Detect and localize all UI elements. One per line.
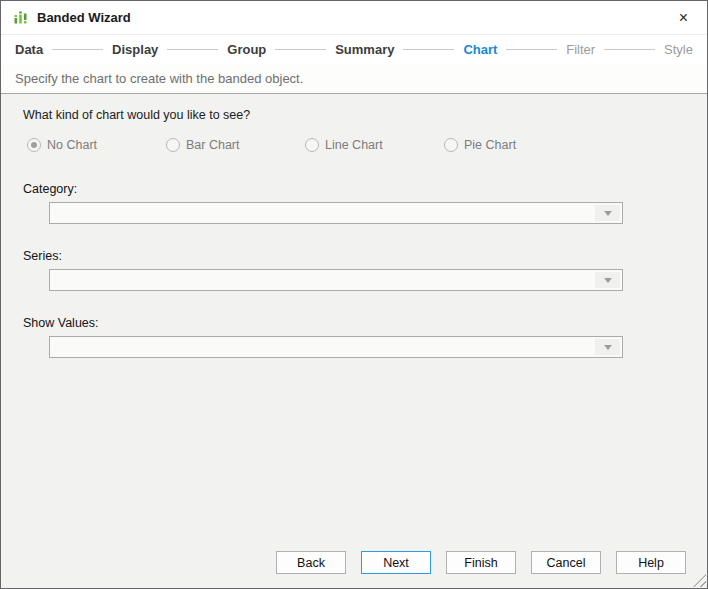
radio-pie-chart[interactable]: Pie Chart [444,138,583,152]
banded-wizard-dialog: Banded Wizard × Data Display Group Summa… [0,0,708,589]
radio-no-chart[interactable]: No Chart [27,138,166,152]
category-dropdown-button[interactable] [595,205,620,221]
step-separator [167,49,218,50]
wizard-steps: Data Display Group Summary Chart Filter … [1,35,707,64]
banded-wizard-app-icon [13,10,29,26]
step-chart[interactable]: Chart [463,42,497,57]
show-values-dropdown-button[interactable] [595,339,620,355]
radio-label: Line Chart [325,138,383,152]
radio-label: Pie Chart [464,138,516,152]
radio-label: No Chart [47,138,97,152]
radio-unselected-icon [166,138,180,152]
step-summary[interactable]: Summary [335,42,394,57]
radio-bar-chart[interactable]: Bar Chart [166,138,305,152]
resize-grip[interactable] [693,574,706,587]
step-separator [52,49,103,50]
radio-selected-icon [27,138,41,152]
category-field: Category: [1,182,707,224]
finish-button[interactable]: Finish [446,551,516,574]
series-dropdown[interactable] [49,269,623,291]
radio-label: Bar Chart [186,138,240,152]
step-separator [403,49,454,50]
series-dropdown-value [50,270,622,273]
step-display[interactable]: Display [112,42,158,57]
wizard-footer-buttons: Back Next Finish Cancel Help [276,551,686,574]
title-bar: Banded Wizard × [1,1,707,35]
step-data[interactable]: Data [15,42,43,57]
series-field: Series: [1,249,707,291]
chevron-down-icon [604,211,612,216]
step-separator [604,49,655,50]
back-button[interactable]: Back [276,551,346,574]
show-values-field: Show Values: [1,316,707,358]
radio-unselected-icon [305,138,319,152]
chart-type-question: What kind of chart would you like to see… [23,108,707,122]
category-label: Category: [23,182,707,196]
radio-line-chart[interactable]: Line Chart [305,138,444,152]
cancel-button[interactable]: Cancel [531,551,601,574]
step-style[interactable]: Style [664,42,693,57]
step-filter[interactable]: Filter [566,42,595,57]
radio-unselected-icon [444,138,458,152]
show-values-dropdown-value [50,337,622,340]
step-separator [506,49,557,50]
chart-type-radio-group: No Chart Bar Chart Line Chart Pie Chart [27,138,707,152]
chart-step-content: What kind of chart would you like to see… [1,94,707,588]
chevron-down-icon [604,278,612,283]
show-values-dropdown[interactable] [49,336,623,358]
step-separator [275,49,326,50]
next-button[interactable]: Next [361,551,431,574]
series-label: Series: [23,249,707,263]
category-dropdown-value [50,203,622,206]
category-dropdown[interactable] [49,202,623,224]
close-icon[interactable]: × [672,8,695,28]
help-button[interactable]: Help [616,551,686,574]
series-dropdown-button[interactable] [595,272,620,288]
window-title: Banded Wizard [37,10,131,25]
chevron-down-icon [604,345,612,350]
wizard-step-description: Specify the chart to create with the ban… [1,64,707,94]
show-values-label: Show Values: [23,316,707,330]
step-group[interactable]: Group [227,42,266,57]
